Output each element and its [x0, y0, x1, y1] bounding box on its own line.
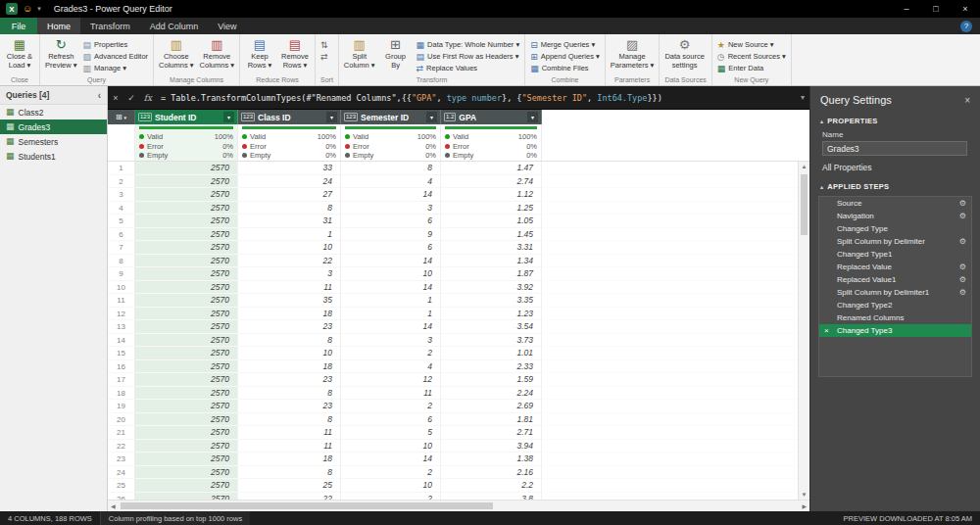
cell[interactable]: 2	[341, 347, 441, 360]
close-button[interactable]: ×	[951, 0, 980, 18]
step-settings-gear-icon[interactable]: ⚙	[959, 235, 966, 248]
cell[interactable]: 2570	[135, 466, 238, 480]
ribbon-button-refresh-preview[interactable]: ↻Refresh Preview ▾	[43, 36, 79, 70]
applied-step-changed-type[interactable]: Changed Type	[819, 222, 971, 235]
query-item-class2[interactable]: ▦Class2	[0, 105, 107, 119]
ribbon-button-new-source[interactable]: ★New Source ▾	[715, 39, 788, 50]
ribbon-button-manage-parameters[interactable]: ▨Manage Parameters ▾	[609, 36, 657, 70]
applied-steps-section-header[interactable]: ▴ APPLIED STEPS	[810, 177, 980, 194]
properties-section-header[interactable]: ▴ PROPERTIES	[810, 112, 980, 128]
cell[interactable]: 3.94	[441, 440, 542, 453]
cell[interactable]: 14	[341, 188, 441, 202]
cell[interactable]: 27	[238, 188, 341, 202]
cell[interactable]: 2570	[135, 294, 238, 308]
cell[interactable]: 3	[341, 334, 441, 348]
cell[interactable]: 2570	[135, 347, 238, 360]
close-settings-icon[interactable]: ×	[964, 95, 970, 106]
cell[interactable]: 4	[341, 360, 441, 374]
accept-formula-icon[interactable]: ✓	[123, 93, 139, 103]
cell[interactable]: 1.87	[441, 267, 542, 281]
cell[interactable]: 2.16	[441, 466, 542, 480]
cell[interactable]: 2570	[135, 360, 238, 374]
scroll-right-icon[interactable]: ▶	[802, 502, 807, 509]
cell[interactable]: 2570	[135, 308, 238, 321]
applied-step-navigation[interactable]: Navigation⚙	[819, 210, 971, 222]
cell[interactable]: 11	[341, 387, 441, 401]
cell[interactable]: 2	[341, 400, 441, 413]
applied-step-split-column-by-delimiter1[interactable]: Split Column by Delimiter1⚙	[819, 286, 971, 299]
horizontal-scrollbar[interactable]: ◀ ▶	[108, 500, 809, 511]
ribbon-button-properties[interactable]: ▤Properties	[81, 39, 151, 50]
cell[interactable]: 25	[238, 479, 341, 493]
applied-step-changed-type3[interactable]: ×Changed Type3	[819, 324, 971, 337]
ribbon-button-enter-data[interactable]: ▦Enter Data	[715, 63, 788, 73]
column-header-student-id[interactable]: 123Student ID▾	[135, 110, 238, 124]
cell[interactable]: 1.01	[441, 347, 542, 360]
filter-dropdown-icon[interactable]: ▾	[426, 112, 437, 122]
step-settings-gear-icon[interactable]: ⚙	[959, 210, 966, 222]
cell[interactable]: 2.69	[441, 400, 542, 413]
ribbon-button-split-column[interactable]: ▥Split Column ▾	[342, 36, 377, 70]
ribbon-button-recent-sources[interactable]: ◷Recent Sources ▾	[715, 51, 788, 62]
ribbon-button-group-by[interactable]: ⊞Group By	[379, 36, 413, 70]
step-settings-gear-icon[interactable]: ⚙	[959, 286, 966, 299]
status-profiling-note[interactable]: Column profiling based on top 1000 rows	[101, 511, 250, 525]
cell[interactable]: 10	[238, 241, 341, 255]
cell[interactable]: 14	[341, 281, 441, 295]
cell[interactable]: 2570	[135, 334, 238, 348]
cell[interactable]: 24	[238, 175, 341, 189]
step-settings-gear-icon[interactable]: ⚙	[959, 273, 966, 286]
tab-home[interactable]: Home	[37, 18, 80, 34]
cell[interactable]: 1.45	[441, 228, 542, 242]
cell[interactable]: 23	[238, 400, 341, 413]
cell[interactable]: 2570	[135, 162, 238, 175]
ribbon-button-sort-za[interactable]: ⇄	[318, 51, 330, 62]
maximize-button[interactable]: □	[921, 0, 951, 18]
cell[interactable]: 2570	[135, 188, 238, 202]
ribbon-button-remove-rows[interactable]: ▤Remove Rows ▾	[278, 36, 312, 70]
ribbon-button-remove-columns[interactable]: ▥Remove Columns ▾	[198, 36, 236, 70]
cell[interactable]: 2570	[135, 320, 238, 334]
cell[interactable]: 2570	[135, 479, 238, 493]
cell[interactable]: 2570	[135, 453, 238, 466]
cell[interactable]: 2570	[135, 440, 238, 453]
cell[interactable]: 3.35	[441, 294, 542, 308]
applied-step-replaced-value1[interactable]: Replaced Value1⚙	[819, 273, 971, 286]
cell[interactable]: 3.54	[441, 320, 542, 334]
cell[interactable]: 14	[341, 320, 441, 334]
applied-step-changed-type1[interactable]: Changed Type1	[819, 248, 971, 261]
cell[interactable]: 2570	[135, 387, 238, 401]
cell[interactable]: 2.2	[441, 479, 542, 493]
cell[interactable]: 2570	[135, 215, 238, 228]
cell[interactable]: 33	[238, 162, 341, 175]
cell[interactable]: 35	[238, 294, 341, 308]
cell[interactable]: 31	[238, 215, 341, 228]
cell[interactable]: 22	[238, 255, 341, 268]
vertical-scrollbar[interactable]: ▲ ▼	[798, 162, 809, 500]
ribbon-button-merge-queries[interactable]: ⊟Merge Queries ▾	[528, 39, 602, 50]
cell[interactable]: 11	[238, 440, 341, 453]
cell[interactable]: 2.71	[441, 426, 542, 440]
cell[interactable]: 10	[341, 267, 441, 281]
applied-step-changed-type2[interactable]: Changed Type2	[819, 299, 971, 311]
ribbon-button-data-type-whole-number[interactable]: ▦Data Type: Whole Number ▾	[415, 39, 522, 50]
cell[interactable]: 8	[238, 466, 341, 480]
cell[interactable]: 5	[341, 426, 441, 440]
help-icon[interactable]: ?	[960, 21, 972, 32]
cell[interactable]: 18	[238, 360, 341, 374]
cell[interactable]: 2570	[135, 400, 238, 413]
filter-dropdown-icon[interactable]: ▾	[223, 112, 234, 122]
cell[interactable]: 1.81	[441, 413, 542, 427]
cell[interactable]: 2570	[135, 228, 238, 242]
cell[interactable]: 3.31	[441, 241, 542, 255]
query-item-semesters[interactable]: ▦Semesters	[0, 134, 107, 149]
query-item-students1[interactable]: ▦Students1	[0, 149, 107, 164]
cell[interactable]: 14	[341, 255, 441, 268]
cell[interactable]: 2570	[135, 255, 238, 268]
cell[interactable]: 1.38	[441, 453, 542, 466]
cell[interactable]: 2570	[135, 426, 238, 440]
cell[interactable]: 1.23	[441, 308, 542, 321]
applied-step-split-column-by-delimiter[interactable]: Split Column by Delimiter⚙	[819, 235, 971, 248]
cell[interactable]: 1.34	[441, 255, 542, 268]
cell[interactable]: 2570	[135, 202, 238, 215]
